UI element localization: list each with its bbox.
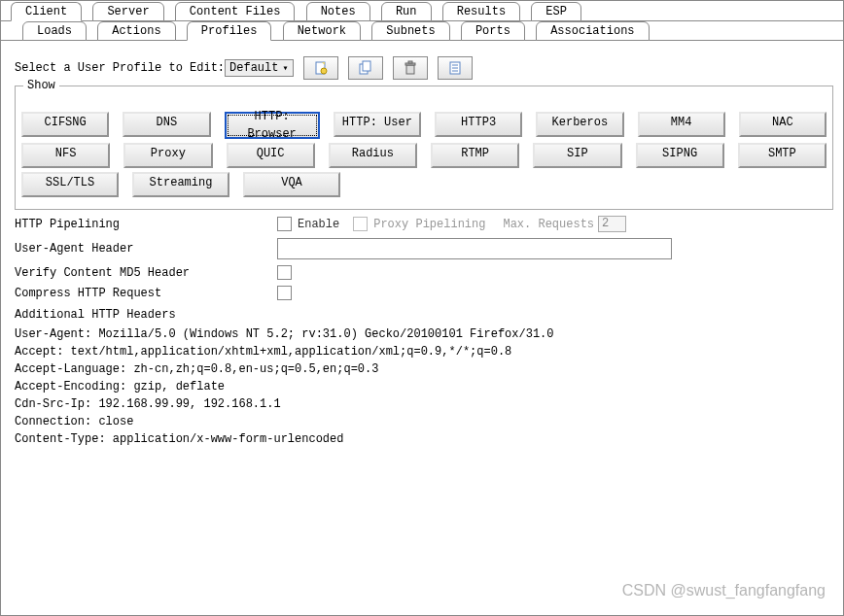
proto-sipng[interactable]: SIPNG <box>636 143 724 168</box>
tab-esp[interactable]: ESP <box>531 2 581 21</box>
max-requests-input: 2 <box>598 216 626 232</box>
http-pipelining-label: HTTP Pipelining <box>15 218 209 231</box>
copy-icon <box>358 60 373 76</box>
proto-http-user[interactable]: HTTP: User <box>334 112 421 137</box>
compress-label: Compress HTTP Request <box>15 287 209 300</box>
tab-content-files[interactable]: Content Files <box>175 2 296 21</box>
compress-checkbox[interactable] <box>277 286 292 300</box>
verify-md5-label: Verify Content MD5 Header <box>15 266 209 280</box>
profile-dropdown-value: Default <box>229 61 278 75</box>
header-line: Accept: text/html,application/xhtml+xml,… <box>15 345 833 359</box>
proto-streaming[interactable]: Streaming <box>132 172 229 197</box>
proto-nfs[interactable]: NFS <box>21 143 110 168</box>
header-line: Accept-Encoding: gzip, deflate <box>15 380 833 394</box>
delete-profile-button[interactable] <box>393 56 428 80</box>
profile-dropdown[interactable]: Default ▾ <box>225 59 293 77</box>
max-requests-label: Max. Requests <box>503 218 594 231</box>
header-line: Content-Type: application/x-www-form-url… <box>15 432 833 446</box>
tab-subnets[interactable]: Subnets <box>371 21 449 41</box>
header-line: User-Agent: Mozilla/5.0 (Windows NT 5.2;… <box>15 327 833 341</box>
new-profile-button[interactable] <box>303 56 338 80</box>
proto-http-browser[interactable]: HTTP: Browser <box>225 112 320 139</box>
show-legend: Show <box>23 79 59 92</box>
proto-nac[interactable]: NAC <box>739 112 826 137</box>
proto-radius[interactable]: Radius <box>329 143 417 168</box>
svg-rect-4 <box>406 65 414 74</box>
proxy-pipelining-text: Proxy Pipelining <box>373 218 485 231</box>
svg-rect-3 <box>363 61 370 71</box>
select-profile-label: Select a User Profile to Edit: <box>15 61 225 75</box>
document-icon <box>447 60 463 76</box>
trash-icon <box>403 60 418 76</box>
user-agent-label: User-Agent Header <box>15 242 209 256</box>
proto-mm4[interactable]: MM4 <box>638 112 725 137</box>
tab-notes[interactable]: Notes <box>306 2 370 21</box>
header-line: Cdn-Src-Ip: 192.168.99.99, 192.168.1.1 <box>15 397 833 411</box>
tab-run[interactable]: Run <box>381 2 432 21</box>
tab-network[interactable]: Network <box>283 21 361 41</box>
proto-sip[interactable]: SIP <box>533 143 621 168</box>
tab-server[interactable]: Server <box>92 2 163 21</box>
new-file-icon <box>313 60 329 76</box>
user-agent-input[interactable] <box>277 238 672 259</box>
proto-cifsng[interactable]: CIFSNG <box>21 112 109 137</box>
proto-smtp[interactable]: SMTP <box>738 143 826 168</box>
proto-http3[interactable]: HTTP3 <box>435 112 522 137</box>
header-line: Connection: close <box>15 415 833 428</box>
pipelining-enable-checkbox[interactable] <box>277 217 292 231</box>
tab-profiles[interactable]: Profiles <box>187 21 272 41</box>
copy-profile-button[interactable] <box>348 56 383 80</box>
proto-vqa[interactable]: VQA <box>243 172 340 197</box>
svg-point-1 <box>321 68 327 74</box>
proto-kerberos[interactable]: Kerberos <box>536 112 623 137</box>
svg-rect-6 <box>408 61 412 63</box>
watermark: CSDN @swust_fangfangfang <box>622 582 826 599</box>
edit-profile-button[interactable] <box>438 56 473 80</box>
proto-ssl-tls[interactable]: SSL/TLS <box>21 172 119 197</box>
tab-associations[interactable]: Associations <box>536 21 649 41</box>
tab-results[interactable]: Results <box>442 2 520 21</box>
proto-quic[interactable]: QUIC <box>227 143 315 168</box>
tab-client[interactable]: Client <box>11 2 82 21</box>
verify-md5-checkbox[interactable] <box>277 265 292 280</box>
proto-rtmp[interactable]: RTMP <box>431 143 519 168</box>
chevron-down-icon: ▾ <box>282 62 288 74</box>
additional-headers-title: Additional HTTP Headers <box>15 308 833 322</box>
tab-actions[interactable]: Actions <box>97 21 175 41</box>
proto-dns[interactable]: DNS <box>123 112 210 137</box>
tab-ports[interactable]: Ports <box>461 21 525 41</box>
header-line: Accept-Language: zh-cn,zh;q=0.8,en-us;q=… <box>15 362 833 376</box>
tab-loads[interactable]: Loads <box>22 21 87 41</box>
show-fieldset: Show CIFSNG DNS HTTP: Browser HTTP: User… <box>15 86 833 210</box>
proxy-pipelining-checkbox <box>353 217 368 231</box>
secondary-tabs: Loads Actions Profiles Network Subnets P… <box>1 21 843 41</box>
primary-tabs: Client Server Content Files Notes Run Re… <box>1 2 843 21</box>
proto-proxy[interactable]: Proxy <box>123 143 212 168</box>
pipelining-enable-text: Enable <box>298 218 339 231</box>
